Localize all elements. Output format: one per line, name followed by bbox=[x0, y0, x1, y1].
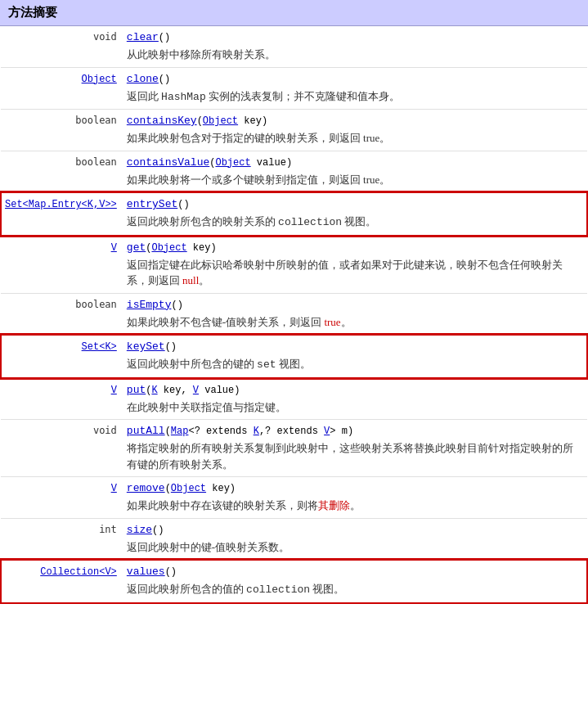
method-row-containsValue: booleancontainsValue(Object value)如果此映射将… bbox=[1, 151, 587, 192]
method-detail-cell: values()返回此映射所包含的值的 collection 视图。 bbox=[122, 560, 587, 603]
method-name-link[interactable]: putAll bbox=[127, 425, 165, 437]
method-signature: clear() bbox=[127, 30, 582, 43]
method-name-link[interactable]: remove bbox=[127, 482, 165, 494]
method-signature: entrySet() bbox=[127, 197, 581, 210]
method-detail-cell: entrySet()返回此映射所包含的映射关系的 collection 视图。 bbox=[122, 192, 587, 236]
method-params: () bbox=[152, 525, 164, 536]
method-params: (Map<? extends K,? extends V> m) bbox=[165, 426, 353, 437]
return-type-cell: boolean bbox=[1, 110, 122, 151]
method-row-put: Vput(K key, V value)在此映射中关联指定值与指定键。 bbox=[1, 378, 587, 420]
return-type-link[interactable]: Set<Map.Entry<K,V>> bbox=[5, 199, 117, 210]
return-type-cell: void bbox=[1, 420, 122, 477]
method-name-link[interactable]: clone bbox=[127, 73, 159, 85]
page-header: 方法摘要 bbox=[0, 0, 588, 26]
method-description: 如果此映射将一个或多个键映射到指定值，则返回 true。 bbox=[127, 172, 582, 188]
method-description: 返回此映射所包含的映射关系的 collection 视图。 bbox=[127, 214, 581, 231]
return-type-cell: Set<K> bbox=[1, 335, 122, 378]
method-detail-cell: keySet()返回此映射中所包含的键的 set 视图。 bbox=[122, 335, 587, 378]
method-detail-cell: clear()从此映射中移除所有映射关系。 bbox=[122, 26, 587, 67]
method-description: 返回此 HashMap 实例的浅表复制；并不克隆键和值本身。 bbox=[127, 88, 582, 106]
method-detail-cell: isEmpty()如果此映射不包含键-值映射关系，则返回 true。 bbox=[122, 293, 587, 335]
method-row-remove: Vremove(Object key)如果此映射中存在该键的映射关系，则将其删除… bbox=[1, 477, 587, 519]
return-type-link[interactable]: Set<K> bbox=[82, 341, 117, 353]
method-name-link[interactable]: put bbox=[127, 384, 146, 396]
method-name-link[interactable]: entrySet bbox=[127, 198, 177, 210]
method-description: 从此映射中移除所有映射关系。 bbox=[127, 47, 582, 63]
method-name-link[interactable]: isEmpty bbox=[127, 299, 172, 311]
method-row-entrySet: Set<Map.Entry<K,V>>entrySet()返回此映射所包含的映射… bbox=[1, 192, 587, 236]
return-type-cell: Set<Map.Entry<K,V>> bbox=[1, 192, 122, 236]
method-detail-cell: containsKey(Object key)如果此映射包含对于指定的键的映射关… bbox=[122, 110, 587, 151]
highlight-null: null bbox=[182, 274, 199, 286]
return-type-cell: boolean bbox=[1, 151, 122, 192]
method-row-clear: voidclear()从此映射中移除所有映射关系。 bbox=[1, 26, 587, 67]
method-name-link[interactable]: clear bbox=[127, 31, 159, 43]
method-name-link[interactable]: get bbox=[127, 241, 146, 254]
method-params: (Object key) bbox=[165, 483, 236, 494]
method-detail-cell: get(Object key)返回指定键在此标识哈希映射中所映射的值，或者如果对… bbox=[122, 236, 587, 294]
method-name-link[interactable]: containsValue bbox=[127, 156, 209, 169]
param-type: Object bbox=[151, 242, 186, 254]
method-signature: containsValue(Object value) bbox=[127, 155, 582, 169]
method-signature: size() bbox=[127, 523, 582, 536]
method-params: () bbox=[159, 74, 170, 85]
method-detail-cell: containsValue(Object value)如果此映射将一个或多个键映… bbox=[122, 151, 587, 192]
return-type-link[interactable]: V bbox=[111, 483, 117, 494]
method-name-link[interactable]: containsKey bbox=[127, 115, 197, 127]
return-type-link[interactable]: Collection<V> bbox=[40, 566, 117, 578]
method-params: (Object key) bbox=[197, 115, 267, 127]
method-row-keySet: Set<K>keySet()返回此映射中所包含的键的 set 视图。 bbox=[1, 335, 587, 378]
method-params: () bbox=[159, 32, 170, 43]
method-signature: putAll(Map<? extends K,? extends V> m) bbox=[127, 424, 582, 437]
method-signature: get(Object key) bbox=[127, 241, 582, 254]
page-title: 方法摘要 bbox=[8, 6, 57, 19]
return-type-cell: void bbox=[1, 26, 122, 67]
return-type-link[interactable]: V bbox=[111, 385, 117, 396]
return-type-cell: boolean bbox=[1, 293, 122, 335]
method-name-link[interactable]: keySet bbox=[127, 340, 165, 353]
method-detail-cell: remove(Object key)如果此映射中存在该键的映射关系，则将其删除。 bbox=[122, 477, 587, 519]
method-description: 返回此映射中所包含的键的 set 视图。 bbox=[127, 356, 581, 373]
method-description: 在此映射中关联指定值与指定键。 bbox=[127, 399, 582, 416]
method-row-clone: Objectclone()返回此 HashMap 实例的浅表复制；并不克隆键和值… bbox=[1, 67, 587, 110]
return-type: int bbox=[99, 524, 117, 535]
param-type: Object bbox=[171, 483, 206, 494]
return-type-link[interactable]: Object bbox=[82, 74, 117, 85]
method-row-putAll: voidputAll(Map<? extends K,? extends V> … bbox=[1, 420, 587, 477]
return-type-cell: V bbox=[1, 236, 122, 294]
return-type: boolean bbox=[75, 115, 117, 126]
return-type: boolean bbox=[75, 299, 117, 310]
return-type-link[interactable]: V bbox=[111, 242, 117, 254]
return-type-cell: Object bbox=[1, 67, 122, 110]
method-row-get: Vget(Object key)返回指定键在此标识哈希映射中所映射的值，或者如果… bbox=[1, 236, 587, 294]
method-description: 将指定映射的所有映射关系复制到此映射中，这些映射关系将替换此映射目前针对指定映射… bbox=[127, 440, 582, 472]
return-type-cell: V bbox=[1, 477, 122, 519]
param-type-map: Map bbox=[171, 426, 189, 437]
method-row-size: intsize()返回此映射中的键-值映射关系数。 bbox=[1, 518, 587, 560]
param-type: Object bbox=[203, 115, 238, 127]
method-name-link[interactable]: size bbox=[127, 524, 152, 536]
method-row-values: Collection<V>values()返回此映射所包含的值的 collect… bbox=[1, 560, 587, 603]
method-detail-cell: clone()返回此 HashMap 实例的浅表复制；并不克隆键和值本身。 bbox=[122, 67, 587, 110]
method-detail-cell: size()返回此映射中的键-值映射关系数。 bbox=[122, 518, 587, 560]
return-type: boolean bbox=[75, 156, 117, 168]
method-params: () bbox=[165, 341, 177, 353]
method-detail-cell: putAll(Map<? extends K,? extends V> m)将指… bbox=[122, 420, 587, 477]
method-signature: isEmpty() bbox=[127, 298, 582, 311]
param-type: Object bbox=[215, 157, 250, 169]
method-row-containsKey: booleancontainsKey(Object key)如果此映射包含对于指… bbox=[1, 110, 587, 151]
method-description: 如果此映射包含对于指定的键的映射关系，则返回 true。 bbox=[127, 130, 582, 146]
method-row-isEmpty: booleanisEmpty()如果此映射不包含键-值映射关系，则返回 true… bbox=[1, 293, 587, 335]
method-params: () bbox=[165, 566, 177, 578]
return-type: void bbox=[93, 31, 117, 43]
method-signature: containsKey(Object key) bbox=[127, 114, 582, 127]
return-type-cell: int bbox=[1, 518, 122, 560]
method-params: () bbox=[177, 199, 189, 210]
method-description: 返回此映射中的键-值映射关系数。 bbox=[127, 539, 582, 556]
method-name-link[interactable]: values bbox=[127, 566, 165, 578]
highlight-remove: 其删除 bbox=[318, 499, 350, 511]
method-signature: remove(Object key) bbox=[127, 481, 582, 494]
method-signature: clone() bbox=[127, 72, 582, 85]
return-type-cell: V bbox=[1, 378, 122, 420]
param-type-k: K bbox=[151, 385, 157, 396]
